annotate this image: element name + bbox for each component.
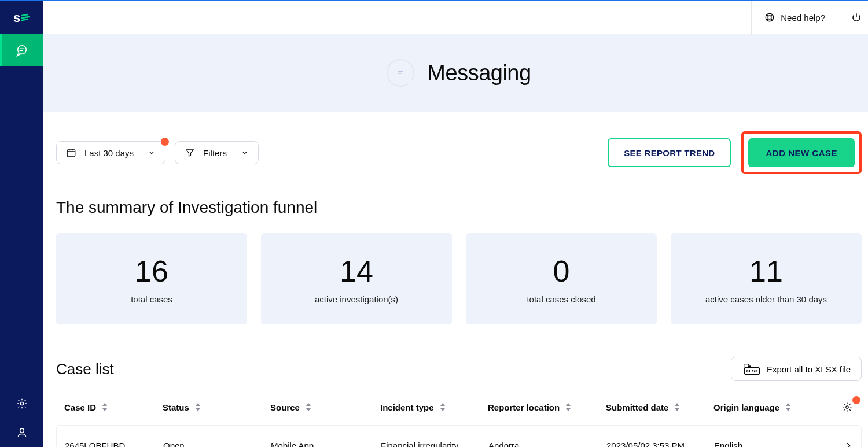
stat-label: total cases closed [527,294,595,304]
sidebar-item-profile[interactable] [0,418,43,447]
table-header-row: Case ID Status Source [56,394,862,420]
settings-active-dot [852,396,860,404]
power-icon [851,12,862,23]
see-report-trend-button[interactable]: SEE REPORT TREND [608,138,731,167]
gear-icon [842,402,852,412]
page-title: Messaging [427,61,531,86]
controls-row: Last 30 days Filters [56,112,862,174]
table-row[interactable]: 2645LOBFUBD Open Mobile App Financial ir… [56,425,862,447]
cell-reporter-location: Andorra [488,441,606,447]
date-range-active-dot [161,138,169,146]
stat-value: 11 [749,254,783,289]
stat-label: active cases older than 30 days [705,294,827,304]
caselist-title: Case list [56,360,114,378]
sidebar-item-settings[interactable] [0,389,43,418]
col-label: Status [163,402,189,412]
sidebar: s [0,1,43,447]
page-banner: Messaging [43,34,868,112]
sort-icon [440,403,446,411]
stat-closed-cases: 0 total cases closed [466,233,657,324]
cell-status: Open [163,441,271,447]
stat-old-active-cases: 11 active cases older than 30 days [671,233,862,324]
svg-point-4 [768,16,771,19]
sidebar-item-messaging[interactable] [0,34,43,66]
svg-point-2 [20,428,24,433]
chevron-down-icon [241,149,249,157]
sort-icon [785,403,791,411]
filter-icon [185,147,195,158]
col-source[interactable]: Source [270,402,380,412]
lifebuoy-icon [764,12,775,23]
col-label: Origin language [713,402,779,412]
caselist-header: Case list XLSX Export all to XLSX file [56,357,862,381]
message-icon [16,44,28,57]
logo-lines-icon [21,13,30,23]
cell-origin-language: English [714,441,818,447]
sort-icon [195,403,201,411]
table-settings-button[interactable] [818,402,852,412]
cell-submitted-date: 2023/05/02 3:53 PM [606,441,714,447]
col-label: Reporter location [488,402,560,412]
filters-dropdown[interactable]: Filters [175,141,259,164]
chevron-down-icon [148,149,156,157]
svg-point-1 [20,402,23,405]
calendar-icon [66,147,76,158]
col-case-id[interactable]: Case ID [64,402,163,412]
add-new-case-highlight: ADD NEW CASE [741,131,862,174]
filters-label: Filters [203,148,227,158]
col-submitted-date[interactable]: Submitted date [606,402,713,412]
date-range-dropdown[interactable]: Last 30 days [56,141,165,164]
stat-active-investigations: 14 active investigation(s) [261,233,452,324]
add-new-case-button[interactable]: ADD NEW CASE [748,138,855,167]
need-help-button[interactable]: Need help? [751,1,838,34]
stat-total-cases: 16 total cases [56,233,247,324]
svg-point-6 [846,406,849,409]
sort-icon [674,403,680,411]
col-label: Source [270,402,300,412]
need-help-label: Need help? [781,13,825,23]
cell-incident-type: Financial irregularity [381,441,488,447]
sort-icon [102,403,108,411]
cell-case-id: 2645LOBFUBD [65,441,163,447]
svg-point-0 [17,45,26,54]
stat-value: 16 [135,254,168,289]
col-status[interactable]: Status [163,402,270,412]
col-incident-type[interactable]: Incident type [380,402,488,412]
stats-grid: 16 total cases 14 active investigation(s… [56,233,862,324]
col-origin-language[interactable]: Origin language [713,402,818,412]
topbar: Need help? [43,1,868,34]
date-range-label: Last 30 days [84,148,134,158]
row-open-arrow[interactable] [818,441,853,448]
stat-value: 14 [340,254,373,289]
xlsx-badge: XLSX [744,367,760,375]
logo-s-letter: s [13,10,20,25]
power-button[interactable] [838,1,868,34]
app-logo: s [0,1,43,34]
col-label: Submitted date [606,402,668,412]
user-icon [16,427,28,438]
svg-rect-5 [67,150,75,157]
chevron-right-icon [844,441,853,448]
gear-icon [16,398,28,409]
stat-label: active investigation(s) [315,294,398,304]
col-label: Case ID [64,402,96,412]
stat-value: 0 [553,254,570,289]
export-label: Export all to XLSX file [767,364,851,374]
summary-title: The summary of Investigation funnel [56,198,862,217]
col-label: Incident type [380,402,434,412]
cell-source: Mobile App [271,441,381,447]
export-xlsx-button[interactable]: XLSX Export all to XLSX file [731,357,862,381]
sort-icon [565,403,571,411]
col-reporter-location[interactable]: Reporter location [488,402,606,412]
messaging-banner-icon [387,59,414,87]
case-table: Case ID Status Source [56,394,862,447]
stat-label: total cases [131,294,172,304]
sort-icon [306,403,311,411]
